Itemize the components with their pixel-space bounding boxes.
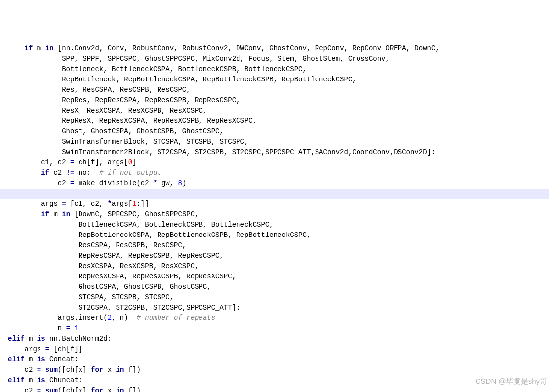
code-line[interactable]: STCSPA, STCSPB, STCSPC, [8, 292, 557, 303]
code-token: if [41, 210, 49, 218]
code-token: != [66, 169, 75, 177]
code-token: elif [8, 355, 25, 363]
code-line[interactable]: c2 = sum([ch[x] for x in f]) [8, 386, 557, 392]
code-token: 1 [132, 200, 136, 208]
code-token: for [91, 387, 103, 392]
code-line[interactable]: RepRes, RepResCSPA, RepResCSPB, RepResCS… [8, 95, 557, 106]
code-token: = [70, 158, 74, 166]
code-token: sum [45, 387, 58, 392]
code-token: = [66, 324, 70, 332]
watermark-text: CSDN @毕竟是shy哥 [476, 376, 547, 386]
code-line[interactable]: BottleneckCSPA, BottleneckCSPB, Bottlene… [8, 220, 557, 230]
code-token: elif [8, 376, 25, 384]
code-token: 1 [74, 324, 78, 332]
code-line[interactable]: if m in [nn.Conv2d, Conv, RobustConv, Ro… [8, 43, 557, 54]
code-token: = [37, 366, 41, 374]
code-line[interactable]: elif m is Chuncat: [8, 375, 557, 386]
code-token: is [37, 355, 45, 363]
code-token: for [91, 366, 103, 374]
code-line[interactable]: args = [c1, c2, *args[1:]] [8, 199, 557, 209]
code-editor[interactable]: if m in [nn.Conv2d, Conv, RobustConv, Ro… [8, 43, 557, 392]
code-token: 8 [178, 179, 182, 187]
code-line[interactable]: n = 1 [8, 323, 557, 334]
code-line[interactable]: if c2 != no: # if not output [8, 168, 557, 178]
code-token: # if not output [99, 169, 161, 177]
code-line[interactable]: RepResXCSPA, RepResXCSPB, RepResXCSPC, [8, 272, 557, 282]
code-line[interactable]: if m in [DownC, SPPCSPC, GhostSPPCSPC, [8, 209, 557, 220]
code-token: * [153, 179, 157, 187]
code-line[interactable] [0, 189, 549, 199]
code-token: in [116, 387, 124, 392]
code-token: in [116, 366, 124, 374]
code-line[interactable]: elif m is nn.BatchNorm2d: [8, 334, 557, 344]
code-token: is [37, 335, 45, 343]
code-line[interactable]: c2 = sum([ch[x] for x in f]) [8, 365, 557, 375]
code-line[interactable]: GhostCSPA, GhostCSPB, GhostCSPC, [8, 282, 557, 292]
code-line[interactable]: SwinTransformerBlock, STCSPA, STCSPB, ST… [8, 137, 557, 147]
code-token: 0 [128, 158, 132, 166]
code-line[interactable]: SPP, SPPF, SPPCSPC, GhostSPPCSPC, MixCon… [8, 54, 557, 64]
code-line[interactable]: Res, ResCSPA, ResCSPB, ResCSPC, [8, 85, 557, 95]
code-line[interactable]: elif m is Concat: [8, 354, 557, 365]
code-line[interactable]: c1, c2 = ch[f], args[0] [8, 157, 557, 168]
code-token: = [45, 345, 49, 353]
code-token: if [41, 169, 49, 177]
code-line[interactable]: ST2CSPA, ST2CSPB, ST2CSPC,SPPCSPC_ATT]: [8, 303, 557, 313]
code-line[interactable]: RepBottleneck, RepBottleneckCSPA, RepBot… [8, 75, 557, 85]
code-token: if [25, 44, 33, 52]
code-token: = [62, 200, 66, 208]
code-line[interactable]: SwinTransformer2Block, ST2CSPA, ST2CSPB,… [8, 147, 557, 157]
code-token: * [108, 200, 112, 208]
code-token: = [70, 179, 74, 187]
code-line[interactable]: RepBottleneckCSPA, RepBottleneckCSPB, Re… [8, 230, 557, 240]
code-token: in [62, 210, 70, 218]
code-line[interactable]: RepResCSPA, RepResCSPB, RepResCSPC, [8, 251, 557, 261]
code-line[interactable]: args = [ch[f]] [8, 344, 557, 354]
code-line[interactable]: ResXCSPA, ResXCSPB, ResXCSPC, [8, 261, 557, 272]
code-token: 2 [108, 314, 112, 322]
code-token: in [45, 44, 54, 52]
code-line[interactable]: args.insert(2, n) # number of repeats [8, 313, 557, 323]
code-line[interactable]: Ghost, GhostCSPA, GhostCSPB, GhostCSPC, [8, 126, 557, 137]
code-token: # number of repeats [136, 314, 215, 322]
code-line[interactable]: RepResX, RepResXCSPA, RepResXCSPB, RepRe… [8, 116, 557, 126]
code-line[interactable]: Bottleneck, BottleneckCSPA, BottleneckCS… [8, 64, 557, 75]
code-token: elif [8, 335, 25, 343]
code-line[interactable]: ResX, ResXCSPA, ResXCSPB, ResXCSPC, [8, 106, 557, 116]
code-line[interactable]: c2 = make_divisible(c2 * gw, 8) [8, 178, 557, 189]
code-token: is [37, 376, 45, 384]
code-token: = [37, 387, 41, 392]
code-line[interactable]: ResCSPA, ResCSPB, ResCSPC, [8, 240, 557, 251]
code-token: sum [45, 366, 58, 374]
